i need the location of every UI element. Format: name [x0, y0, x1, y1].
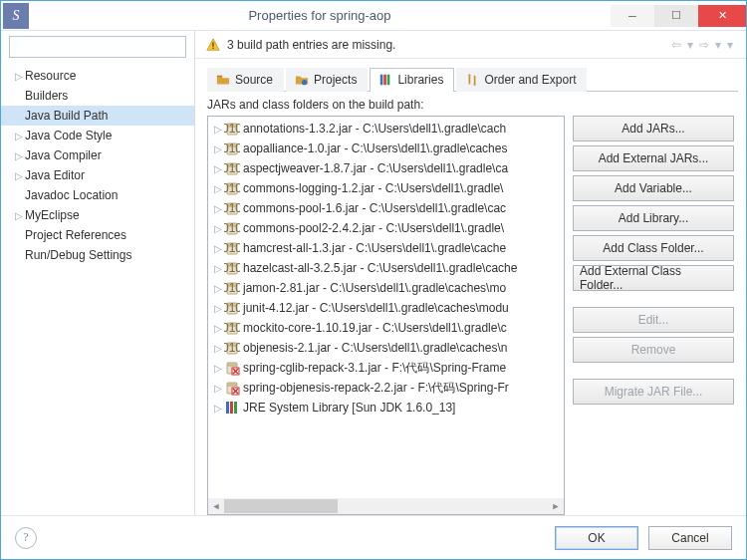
expand-icon[interactable]: ▷ — [212, 283, 224, 294]
sidebar-item-label: Java Editor — [25, 168, 85, 182]
list-item[interactable]: ▷010annotations-1.3.2.jar - C:\Users\del… — [208, 119, 564, 139]
jar-icon: 010 — [224, 160, 240, 176]
filter-input[interactable] — [9, 36, 186, 58]
tab-label: Source — [235, 73, 273, 87]
list-item-label: hamcrest-all-1.3.jar - C:\Users\dell1\.g… — [243, 241, 506, 255]
add-external-class-folder-button[interactable]: Add External Class Folder... — [573, 265, 734, 291]
jar-icon: 010 — [224, 260, 240, 276]
jar-icon: 010 — [224, 180, 240, 196]
sidebar-item-resource[interactable]: ▷Resource — [1, 66, 194, 86]
add-class-folder-button[interactable]: Add Class Folder... — [573, 235, 734, 261]
sidebar-item-myeclipse[interactable]: ▷MyEclipse — [1, 205, 194, 225]
close-button[interactable]: ✕ — [698, 5, 746, 27]
sidebar-item-label: Resource — [25, 69, 76, 83]
expand-icon[interactable]: ▷ — [212, 303, 224, 314]
expand-icon: ▷ — [13, 71, 25, 82]
window-title: Properties for spring-aop — [29, 8, 611, 23]
tab-order-and-export[interactable]: Order and Export — [456, 68, 587, 92]
list-item[interactable]: ▷010junit-4.12.jar - C:\Users\dell1\.gra… — [208, 298, 564, 318]
migrate-jar-button[interactable]: Migrate JAR File... — [573, 379, 734, 405]
list-item[interactable]: ▷010jamon-2.81.jar - C:\Users\dell1\.gra… — [208, 278, 564, 298]
back-icon[interactable]: ⇦ — [671, 38, 681, 52]
help-button[interactable]: ? — [15, 527, 37, 549]
expand-icon[interactable]: ▷ — [212, 243, 224, 254]
expand-icon[interactable]: ▷ — [212, 223, 224, 234]
library-icon — [224, 400, 240, 416]
cancel-button[interactable]: Cancel — [648, 526, 732, 550]
expand-icon[interactable]: ▷ — [212, 163, 224, 174]
list-item[interactable]: ▷010aspectjweaver-1.8.7.jar - C:\Users\d… — [208, 158, 564, 178]
list-item[interactable]: ▷010commons-pool-1.6.jar - C:\Users\dell… — [208, 198, 564, 218]
horizontal-scrollbar[interactable]: ◄ ► — [208, 498, 564, 514]
scroll-left-icon[interactable]: ◄ — [208, 498, 224, 514]
forward-icon[interactable]: ⇨ — [699, 38, 709, 52]
sidebar-item-run-debug-settings[interactable]: ▷Run/Debug Settings — [1, 245, 194, 265]
list-item-label: commons-pool-1.6.jar - C:\Users\dell1\.g… — [243, 201, 506, 215]
action-button-column: Add JARs... Add External JARs... Add Var… — [573, 116, 734, 515]
forward-drop-icon[interactable]: ▾ — [715, 38, 721, 52]
list-item-label: jamon-2.81.jar - C:\Users\dell1\.gradle\… — [243, 281, 506, 295]
back-drop-icon[interactable]: ▾ — [687, 38, 693, 52]
sidebar-item-java-build-path[interactable]: ▷Java Build Path — [1, 106, 194, 126]
sidebar-item-java-code-style[interactable]: ▷Java Code Style — [1, 126, 194, 145]
add-external-jars-button[interactable]: Add External JARs... — [573, 145, 734, 171]
list-item[interactable]: ▷010hamcrest-all-1.3.jar - C:\Users\dell… — [208, 238, 564, 258]
list-item[interactable]: ▷010commons-pool2-2.4.2.jar - C:\Users\d… — [208, 218, 564, 238]
add-variable-button[interactable]: Add Variable... — [573, 175, 734, 201]
list-item[interactable]: ▷010objenesis-2.1.jar - C:\Users\dell1\.… — [208, 338, 564, 358]
projects-icon — [295, 73, 309, 87]
svg-text:010: 010 — [224, 301, 240, 315]
expand-icon[interactable]: ▷ — [212, 363, 224, 374]
maximize-button[interactable]: ☐ — [654, 5, 698, 27]
tab-label: Order and Export — [484, 73, 576, 87]
expand-icon[interactable]: ▷ — [212, 323, 224, 334]
add-library-button[interactable]: Add Library... — [573, 205, 734, 231]
list-item-label: annotations-1.3.2.jar - C:\Users\dell1\.… — [243, 122, 506, 136]
list-item[interactable]: ▷spring-objenesis-repack-2.2.jar - F:\代码… — [208, 378, 564, 398]
jar-list[interactable]: ▷010annotations-1.3.2.jar - C:\Users\del… — [207, 116, 565, 515]
sidebar-item-label: Run/Debug Settings — [25, 248, 131, 262]
list-item-label: hazelcast-all-3.2.5.jar - C:\Users\dell1… — [243, 261, 517, 275]
add-jars-button[interactable]: Add JARs... — [573, 116, 734, 141]
sidebar-item-java-editor[interactable]: ▷Java Editor — [1, 165, 194, 185]
list-item[interactable]: ▷010aopalliance-1.0.jar - C:\Users\dell1… — [208, 139, 564, 158]
scroll-right-icon[interactable]: ► — [548, 498, 564, 514]
list-item[interactable]: ▷JRE System Library [Sun JDK 1.6.0_13] — [208, 398, 564, 418]
category-sidebar: ▷Resource▷Builders▷Java Build Path▷Java … — [1, 31, 195, 515]
list-item[interactable]: ▷spring-cglib-repack-3.1.jar - F:\代码\Spr… — [208, 358, 564, 378]
tab-source[interactable]: Source — [207, 68, 284, 92]
ok-button[interactable]: OK — [555, 526, 638, 550]
expand-icon[interactable]: ▷ — [212, 263, 224, 274]
scroll-thumb[interactable] — [224, 499, 338, 513]
list-item[interactable]: ▷010hazelcast-all-3.2.5.jar - C:\Users\d… — [208, 258, 564, 278]
expand-icon[interactable]: ▷ — [212, 124, 224, 135]
list-item[interactable]: ▷010mockito-core-1.10.19.jar - C:\Users\… — [208, 318, 564, 338]
sidebar-item-java-compiler[interactable]: ▷Java Compiler — [1, 145, 194, 165]
minimize-button[interactable]: ─ — [611, 5, 654, 27]
jar-missing-icon — [224, 360, 240, 376]
sidebar-item-label: Java Code Style — [25, 129, 112, 142]
list-item-label: junit-4.12.jar - C:\Users\dell1\.gradle\… — [243, 301, 509, 315]
titlebar[interactable]: S Properties for spring-aop ─ ☐ ✕ — [1, 1, 746, 31]
expand-icon[interactable]: ▷ — [212, 203, 224, 214]
expand-icon[interactable]: ▷ — [212, 143, 224, 154]
list-item[interactable]: ▷010commons-logging-1.2.jar - C:\Users\d… — [208, 178, 564, 198]
app-icon: S — [3, 3, 29, 29]
remove-button[interactable]: Remove — [573, 337, 734, 363]
sidebar-item-label: Javadoc Location — [25, 188, 118, 202]
order-icon — [465, 73, 479, 87]
svg-text:010: 010 — [224, 281, 240, 295]
expand-icon[interactable]: ▷ — [212, 183, 224, 194]
expand-icon[interactable]: ▷ — [212, 403, 224, 414]
expand-icon[interactable]: ▷ — [212, 383, 224, 394]
sidebar-item-builders[interactable]: ▷Builders — [1, 86, 194, 106]
sidebar-item-project-references[interactable]: ▷Project References — [1, 225, 194, 245]
sidebar-item-label: Java Build Path — [25, 109, 108, 123]
edit-button[interactable]: Edit... — [573, 307, 734, 333]
menu-drop-icon[interactable]: ▾ — [727, 38, 733, 52]
sidebar-item-javadoc-location[interactable]: ▷Javadoc Location — [1, 185, 194, 205]
build-path-tabs: SourceProjectsLibrariesOrder and Export — [207, 67, 738, 92]
expand-icon[interactable]: ▷ — [212, 343, 224, 354]
tab-libraries[interactable]: Libraries — [370, 68, 454, 92]
tab-projects[interactable]: Projects — [286, 68, 368, 92]
